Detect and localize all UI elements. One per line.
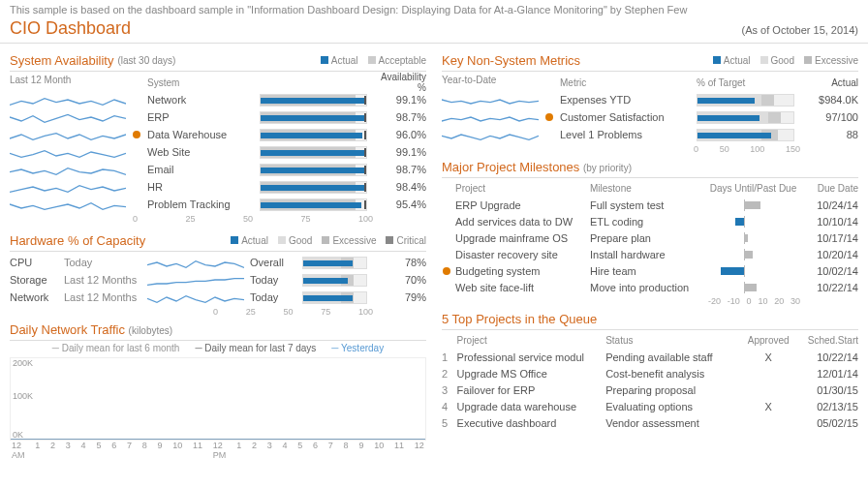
keymetric-row: Expenses YTD $984.0K: [442, 91, 858, 108]
sparkline: [10, 162, 126, 177]
milestone-row: Disaster recovery siteInstall hardware 1…: [442, 246, 858, 262]
keymetrics-title: Key Non-System Metrics: [442, 53, 580, 68]
system-name: Network: [147, 94, 254, 106]
system-name: Web Site: [147, 146, 254, 158]
daily-traffic-chart: 200K 100K 0K: [10, 357, 426, 441]
hardware-bullet: [302, 291, 367, 304]
availability-bullet: [260, 129, 367, 141]
page-title: CIO Dashboard: [10, 18, 131, 39]
availability-row: Network 99.1%: [10, 91, 426, 108]
traffic-title: Daily Network Traffic: [10, 322, 125, 337]
availability-pct: 95.4%: [373, 198, 426, 210]
th-avail: Availability %: [373, 72, 426, 93]
system-name: Email: [147, 164, 254, 175]
sparkline: [10, 109, 126, 125]
hardware-bullet: [302, 274, 367, 287]
hardware-row: StorageLast 12 Months Today 70%: [10, 271, 426, 289]
queue-row: 4Upgrade data warehouseEvaluating option…: [442, 398, 858, 414]
milestone-row: Web site face-liftMove into production 1…: [442, 279, 858, 295]
hardware-bullet: [302, 257, 367, 269]
legend-acceptable: Acceptable: [379, 55, 426, 66]
availability-title: System Availability: [10, 53, 113, 68]
availability-pct: 96.0%: [373, 129, 426, 140]
availability-pct: 99.1%: [373, 146, 426, 158]
queue-row: 5Executive dashboardVendor assessment 05…: [442, 414, 858, 431]
availability-row: Web Site 99.1%: [10, 143, 426, 161]
hardware-row: CPUToday Overall 78%: [10, 254, 426, 271]
alert-icon: [443, 267, 450, 275]
th-last12: Last 12 Month: [10, 75, 126, 90]
legend-actual: Actual: [331, 55, 358, 66]
availability-bullet: [260, 198, 367, 211]
availability-bullet: [260, 146, 367, 159]
sparkline: [10, 127, 126, 142]
header-note: This sample is based on the dashboard sa…: [0, 0, 868, 17]
system-name: ERP: [147, 111, 254, 123]
alert-icon: [545, 113, 553, 121]
availability-bullet: [260, 111, 367, 124]
availability-pct: 98.7%: [373, 164, 426, 175]
milestone-row: Upgrade mainframe OSPrepare plan 10/17/1…: [442, 229, 858, 246]
milestone-row: Add services data to DWETL coding 10/10/…: [442, 213, 858, 229]
keymetric-row: Level 1 Problems 88: [442, 126, 858, 143]
sparkline: [10, 92, 126, 107]
milestones-title: Major Project Milestones: [442, 160, 579, 174]
hardware-title: Hardware % of Capacity: [10, 233, 145, 248]
availability-pct: 98.4%: [373, 181, 426, 193]
hardware-row: NetworkLast 12 Months Today 79%: [10, 289, 426, 306]
sparkline: [10, 144, 126, 160]
availability-bullet: [260, 181, 367, 194]
availability-sub: (last 30 days): [117, 55, 175, 66]
availability-row: ERP 98.7%: [10, 108, 426, 126]
availability-row: Problem Tracking 95.4%: [10, 196, 426, 213]
system-name: Data Warehouse: [147, 129, 254, 140]
availability-row: Data Warehouse 96.0%: [10, 126, 426, 143]
alert-icon: [133, 131, 140, 138]
as-of-date: (As of October 15, 2014): [742, 24, 858, 36]
availability-bullet: [260, 164, 367, 176]
sparkline: [10, 179, 126, 195]
availability-pct: 98.7%: [373, 111, 426, 123]
availability-pct: 99.1%: [373, 94, 426, 106]
availability-bullet: [260, 94, 367, 107]
milestone-row: ERP UpgradeFull system test 10/24/14: [442, 197, 858, 213]
milestone-row: Budgeting systemHire team 10/02/14: [442, 262, 858, 279]
availability-row: HR 98.4%: [10, 178, 426, 196]
queue-title: 5 Top Projects in the Queue: [442, 312, 858, 326]
queue-row: 1Professional service modulPending avail…: [442, 349, 858, 365]
th-system: System: [147, 77, 254, 88]
queue-row: 3Failover for ERPPreparing proposal 01/3…: [442, 381, 858, 398]
system-name: Problem Tracking: [147, 198, 254, 210]
queue-row: 2Upgrade MS OfficeCost-benefit analysis …: [442, 365, 858, 381]
keymetric-row: Customer Satisfaction 97/100: [442, 108, 858, 126]
system-name: HR: [147, 181, 254, 193]
availability-row: Email 98.7%: [10, 161, 426, 178]
sparkline: [10, 197, 126, 212]
